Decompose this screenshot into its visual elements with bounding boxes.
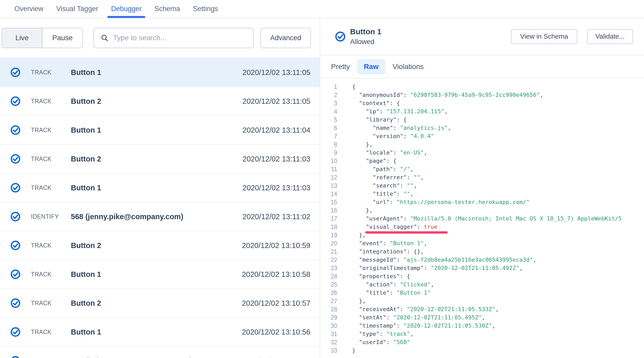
code-line: 11 "path": "/", <box>320 165 644 173</box>
tab-schema[interactable]: Schema <box>155 0 180 18</box>
tab-visual-tagger[interactable]: Visual Tagger <box>56 0 98 18</box>
event-row[interactable]: TRACK Button 2 2020/12/02 13:11:03 <box>0 145 320 174</box>
event-row[interactable]: TRACK Button 1 2020/12/02 13:10:56 <box>0 318 320 347</box>
json-text: , <box>519 265 523 271</box>
code-text: "name": "analytics.js", <box>352 124 451 132</box>
code-line: 26 "title": "Button 1" <box>320 289 644 297</box>
json-text: "properties": { <box>352 273 410 279</box>
code-line: 4 "ip": "157.131.204.115", <box>320 107 644 116</box>
code-text: "version": "4.0.4" <box>352 132 434 140</box>
line-number: 11 <box>320 165 337 173</box>
event-timestamp: 2020/12/02 13:11:04 <box>242 126 310 134</box>
line-number: 2 <box>320 91 337 99</box>
event-list: TRACK Button 1 2020/12/02 13:11:05 TRACK… <box>0 58 320 358</box>
event-name: Button 1 <box>71 68 101 77</box>
event-row[interactable]: TRACK Button 2 2020/12/02 13:11:05 <box>0 87 320 116</box>
pause-button[interactable]: Pause <box>43 28 82 48</box>
detail-header: Button 1 Allowed View in Schema Validate… <box>320 18 644 55</box>
detail-tabs: Pretty Raw Violations <box>320 55 644 79</box>
code-line: 17 "userAgent": "Mozilla/5.0 (Macintosh;… <box>320 215 644 223</box>
event-name: Button 2 <box>71 155 101 163</box>
code-text: "page": { <box>352 157 396 165</box>
event-row[interactable]: TRACK Button 1 2020/12/02 13:11:03 <box>0 174 320 202</box>
line-number: 25 <box>320 280 337 289</box>
json-text: , <box>448 125 451 131</box>
json-text: , <box>444 108 448 115</box>
json-string: "ajs-f2db8ea4a25b116e3ac06543995eca3d" <box>403 257 533 263</box>
top-navigation: Overview Visual Tagger Debugger Schema S… <box>0 0 644 18</box>
json-text: "event": <box>352 240 390 246</box>
json-boolean: true <box>424 224 437 230</box>
json-text: }, <box>352 141 372 148</box>
json-text: "userId": <box>352 339 393 345</box>
code-line: 22 "messageId": "ajs-f2db8ea4a25b116e3ac… <box>320 256 644 264</box>
json-string: "" <box>403 191 410 197</box>
tab-overview[interactable]: Overview <box>14 0 44 18</box>
event-row[interactable]: TRACK Button 2 2020/12/02 13:10:59 <box>0 231 320 260</box>
tab-settings[interactable]: Settings <box>193 0 218 18</box>
event-row[interactable]: TRACK Button 1 2020/12/02 13:10:58 <box>0 260 320 289</box>
event-row[interactable]: TRACK Button 2 2020/12/02 13:10:57 <box>0 289 320 318</box>
allowed-check-icon <box>10 183 21 193</box>
code-text: "locale": "en-US", <box>352 149 427 157</box>
live-button[interactable]: Live <box>2 28 43 48</box>
json-string: "" <box>413 174 420 181</box>
code-text: "type": "track", <box>352 330 413 338</box>
search-icon <box>101 34 108 42</box>
json-string: "568" <box>393 339 410 345</box>
code-line: 2 "anonymousId": "6298f583-979b-45a9-9c9… <box>320 91 644 99</box>
event-timestamp: 2020/12/02 13:10:59 <box>242 241 310 250</box>
event-row[interactable]: TRACK Button 1 2020/12/02 13:11:05 <box>0 58 320 87</box>
code-line: 27 }, <box>320 297 644 305</box>
validate-button[interactable]: Validate... <box>587 29 633 44</box>
event-row[interactable]: IDENTIFY 568 (jenny.pike@company.com) 20… <box>0 202 320 231</box>
tab-debugger[interactable]: Debugger <box>111 0 142 18</box>
json-text: , <box>424 149 427 156</box>
line-number: 31 <box>320 330 337 338</box>
code-line: 13 "search": "", <box>320 182 644 190</box>
event-type: TRACK <box>31 271 71 278</box>
event-row[interactable]: IDENTIFY 565 (hal.sturgeon@company.com) … <box>0 347 320 358</box>
allowed-check-icon <box>10 67 21 78</box>
search-input[interactable] <box>113 34 247 42</box>
event-name: Button 2 <box>71 97 101 106</box>
code-line: 20 "event": "Button 1", <box>320 239 644 248</box>
json-text: "userAgent": <box>352 215 410 222</box>
code-text: }, <box>352 297 366 305</box>
line-number: 30 <box>320 322 337 330</box>
json-text: , <box>413 182 417 189</box>
view-in-schema-button[interactable]: View in Schema <box>511 29 577 44</box>
json-string: "Button 1" <box>396 289 430 296</box>
code-text: "ip": "157.131.204.115", <box>352 107 448 116</box>
advanced-button[interactable]: Advanced <box>260 28 311 48</box>
code-line: 28 "receivedAt": "2020-12-02T21:11:05.53… <box>320 305 644 313</box>
json-text: "integrations": {}, <box>352 248 424 255</box>
code-line: 12 "referrer": "", <box>320 173 644 182</box>
json-text: { <box>352 83 355 90</box>
line-number: 8 <box>320 140 337 149</box>
line-number: 6 <box>320 124 337 132</box>
json-text: }, <box>352 207 372 214</box>
json-text: "locale": <box>352 149 400 156</box>
tab-pretty[interactable]: Pretty <box>331 59 350 74</box>
line-number: 13 <box>320 182 337 190</box>
event-timestamp: 2020/12/02 13:10:57 <box>242 299 310 308</box>
json-text: , <box>424 240 427 246</box>
event-timestamp: 2020/12/02 13:10:56 <box>242 328 310 336</box>
json-text: , <box>410 331 413 337</box>
json-string: "/" <box>400 166 410 172</box>
code-text: "context": { <box>352 99 400 107</box>
code-line: 14 "title": "", <box>320 190 644 198</box>
event-timestamp: 2020/12/02 13:11:05 <box>242 68 310 77</box>
line-number: 20 <box>320 239 337 248</box>
event-type: TRACK <box>31 184 71 191</box>
line-number: 3 <box>320 99 337 107</box>
code-text: "receivedAt": "2020-12-02T21:11:05.533Z"… <box>352 305 499 313</box>
tab-raw[interactable]: Raw <box>357 59 385 74</box>
event-row[interactable]: TRACK Button 1 2020/12/02 13:11:04 <box>0 116 320 145</box>
json-string: "157.131.204.115" <box>386 108 444 115</box>
tab-violations[interactable]: Violations <box>393 59 424 74</box>
event-type: TRACK <box>31 127 71 134</box>
event-timestamp: 2020/12/02 13:10:56 <box>242 357 310 358</box>
event-name: Button 1 <box>71 270 101 279</box>
